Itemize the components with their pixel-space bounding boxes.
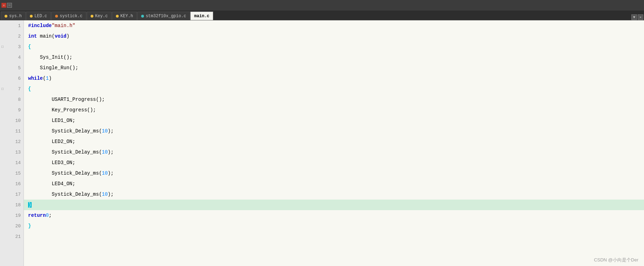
code-line-5: Single_Run(); [24,63,644,73]
line-number-19: 19 [0,210,24,221]
gutter: 12□3456□789101112131415161718192021 [0,20,24,266]
code-line-18: } [24,200,644,210]
line-number-12: 12 [0,136,24,147]
close-button[interactable]: ✕ [1,3,6,8]
tab-label: LED.c [34,14,47,19]
tab-led-c[interactable]: LED.c [26,12,51,20]
code-line-11: Systick_Delay_ms(10); [24,126,644,136]
tab-label: KEY.h [120,14,133,19]
code-line-8: USART1_Progress(); [24,94,644,105]
line-number-15: 15 [0,168,24,179]
tab-label: systick.c [60,14,83,19]
line-number-20: 20 [0,221,24,231]
code-line-6: while(1) [24,73,644,84]
line-number-6: 6 [0,73,24,84]
line-number-7: □7 [0,84,24,94]
tab-controls: ▼ ✕ [631,14,643,20]
code-line-1: #include "main.h" [24,20,644,31]
tab-gpio-c[interactable]: stm32f10x_gpio.c [137,12,190,20]
code-area[interactable]: #include "main.h"int main(void){ Sys_Ini… [24,20,644,266]
line-number-2: 2 [0,31,24,41]
code-line-3: { [24,41,644,52]
line-number-18: 18 [0,200,24,210]
code-line-17: Systick_Delay_ms(10); [24,189,644,200]
tab-key-c[interactable]: Key.c [87,12,112,20]
code-line-21 [24,231,644,242]
code-line-7: { [24,84,644,94]
tab-close-button[interactable]: ✕ [638,14,643,20]
tab-dot [91,15,93,18]
code-line-13: Systick_Delay_ms(10); [24,147,644,157]
line-number-21: 21 [0,231,24,242]
line-number-8: 8 [0,94,24,105]
line-number-5: 5 [0,63,24,73]
line-number-10: 10 [0,115,24,126]
line-number-13: 13 [0,147,24,157]
tab-label: main.c [194,14,209,19]
line-number-14: 14 [0,157,24,168]
tab-dot [30,15,33,18]
tab-dot [141,15,144,18]
code-line-2: int main(void) [24,31,644,41]
code-line-14: LED3_ON; [24,157,644,168]
code-line-19: return 0; [24,210,644,221]
line-number-4: 4 [0,52,24,63]
title-bar: ✕ ─ [0,0,644,11]
tab-dot [55,15,58,18]
code-line-16: LED4_ON; [24,179,644,189]
minimize-button[interactable]: ─ [7,3,12,8]
tab-label: Key.c [95,14,108,19]
line-number-1: 1 [0,20,24,31]
code-line-12: LED2_ON; [24,136,644,147]
tab-sys-h[interactable]: sys.h [1,12,26,20]
code-line-15: Systick_Delay_ms(10); [24,168,644,179]
code-line-10: LED1_ON; [24,115,644,126]
fold-icon-7[interactable]: □ [1,87,4,91]
code-line-9: Key_Progress(); [24,105,644,115]
tab-dot [116,15,119,18]
tab-dot [5,15,7,18]
line-number-17: 17 [0,189,24,200]
cursor: } [28,202,32,208]
tab-main-c[interactable]: main.c [190,12,213,20]
line-number-16: 16 [0,179,24,189]
tab-label: stm32f10x_gpio.c [146,14,186,19]
tab-systick-c[interactable]: systick.c [51,12,86,20]
line-number-9: 9 [0,105,24,115]
editor: 12□3456□789101112131415161718192021 #inc… [0,20,644,266]
line-number-3: □3 [0,41,24,52]
tab-dropdown-button[interactable]: ▼ [631,14,637,20]
tab-bar: sys.hLED.csystick.cKey.cKEY.hstm32f10x_g… [0,11,644,20]
tab-label: sys.h [9,14,22,19]
fold-icon-3[interactable]: □ [1,45,4,49]
watermark: CSDN @小向是个Der [594,257,638,263]
tab-key-h[interactable]: KEY.h [112,12,137,20]
line-number-11: 11 [0,126,24,136]
code-line-4: Sys_Init(); [24,52,644,63]
title-bar-controls[interactable]: ✕ ─ [1,3,12,8]
code-line-20: } [24,221,644,231]
